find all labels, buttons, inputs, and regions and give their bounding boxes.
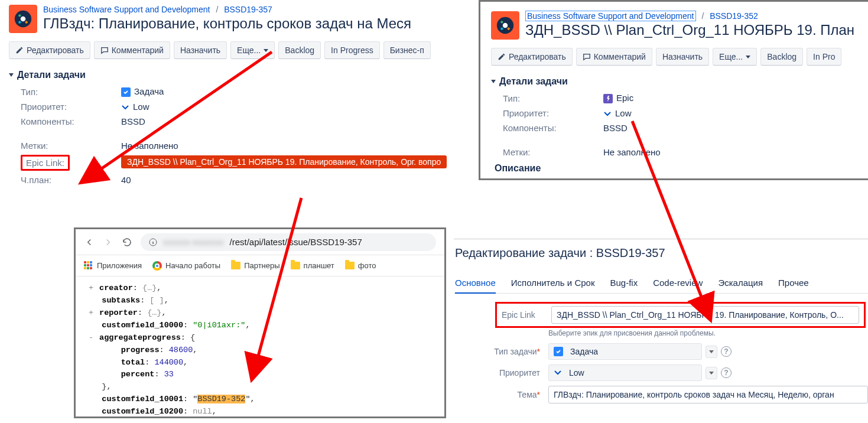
svg-point-2 bbox=[18, 14, 21, 17]
components-value[interactable]: BSSD bbox=[603, 123, 868, 133]
folder-icon bbox=[231, 262, 240, 269]
reload-icon[interactable] bbox=[122, 237, 132, 248]
info-icon bbox=[149, 238, 157, 246]
apps-bookmark[interactable]: Приложения bbox=[84, 261, 142, 271]
folder-icon bbox=[291, 262, 300, 269]
highlighted-value: BSSD19-352 bbox=[197, 395, 245, 404]
in-progress-button[interactable]: In Progress bbox=[324, 41, 380, 59]
tab-other[interactable]: Прочее bbox=[778, 278, 809, 293]
epic-link-highlight-box: Epic Link: bbox=[21, 155, 70, 171]
priority-select[interactable]: Low bbox=[548, 365, 702, 381]
caret-down-icon bbox=[709, 372, 714, 375]
epic-link-badge[interactable]: ЗДН_BSSD \\ Plan_Ctrl_Org_11 НОЯБРЬ 19. … bbox=[121, 155, 447, 168]
in-progress-button-label: In Pro bbox=[813, 52, 835, 61]
more-button[interactable]: Еще... bbox=[713, 48, 757, 66]
backlog-button[interactable]: Backlog bbox=[278, 41, 321, 59]
type-label: Тип задачи* bbox=[454, 347, 548, 356]
issue-toolbar: Редактировать Комментарий Назначить Еще.… bbox=[9, 41, 476, 59]
caret-down-icon bbox=[746, 56, 750, 58]
forward-icon[interactable] bbox=[103, 237, 113, 248]
svg-point-7 bbox=[500, 21, 503, 23]
url-bar[interactable]: xxxxxx-xxxxxxx /rest/api/latest/issue/BS… bbox=[141, 233, 436, 251]
partners-bookmark-label: Партнеры bbox=[244, 261, 279, 270]
type-select[interactable]: Задача bbox=[548, 343, 702, 360]
task-icon bbox=[554, 347, 563, 356]
spacer bbox=[21, 131, 476, 136]
breadcrumb-project-link[interactable]: Business Software Support and Developmen… bbox=[525, 11, 696, 21]
subject-control: ГЛВздч: Планирование, контроль сроков за… bbox=[548, 386, 868, 404]
subject-input[interactable]: ГЛВздч: Планирование, контроль сроков за… bbox=[548, 386, 868, 404]
subject-label: Тема* bbox=[454, 390, 548, 399]
comment-button[interactable]: Комментарий bbox=[94, 41, 170, 59]
epic-link-value[interactable]: ЗДН_BSSD \\ Plan_Ctrl_Org_11 НОЯБРЬ 19. … bbox=[121, 155, 476, 170]
type-text: Задача bbox=[134, 86, 164, 96]
svg-point-1 bbox=[21, 17, 26, 22]
backlog-button-label: Backlog bbox=[285, 45, 314, 55]
tab-assignee[interactable]: Исполнитель и Срок bbox=[511, 278, 595, 293]
tab-escalation[interactable]: Эскалация bbox=[718, 278, 763, 293]
description-section-title: Описание bbox=[495, 163, 541, 174]
type-label: Тип: bbox=[503, 93, 603, 103]
type-select-caret[interactable] bbox=[706, 346, 717, 358]
details-section-header[interactable]: Детали задачи bbox=[491, 76, 868, 87]
assign-button[interactable]: Назначить bbox=[174, 41, 227, 59]
in-progress-button[interactable]: In Pro bbox=[807, 48, 841, 66]
photo-bookmark[interactable]: фото bbox=[345, 261, 376, 270]
components-value[interactable]: BSSD bbox=[121, 116, 476, 126]
tags-label: Метки: bbox=[21, 141, 121, 151]
priority-select-caret[interactable] bbox=[706, 367, 717, 379]
caret-down-icon bbox=[709, 350, 714, 353]
back-icon[interactable] bbox=[84, 237, 95, 248]
plan-value: 40 bbox=[121, 175, 476, 185]
breadcrumb-key-link[interactable]: BSSD19-357 bbox=[224, 5, 272, 14]
priority-label: Приоритет bbox=[454, 368, 548, 378]
start-bookmark[interactable]: Начало работы bbox=[152, 261, 220, 271]
assign-button-label: Назначить bbox=[662, 52, 703, 61]
epic-link-label: Epic Link: bbox=[21, 158, 121, 168]
breadcrumb-project-link[interactable]: Business Software Support and Developmen… bbox=[43, 5, 210, 14]
issue-title: ГЛВздч: Планирование, контроль сроков за… bbox=[43, 15, 476, 32]
tab-codereview[interactable]: Code-review bbox=[653, 278, 703, 293]
caret-down-icon bbox=[264, 49, 268, 52]
in-progress-button-label: In Progress bbox=[331, 45, 373, 55]
disc-icon bbox=[495, 15, 515, 35]
tabs: Основное Исполнитель и Срок Bug-fix Code… bbox=[454, 278, 868, 294]
url-path: /rest/api/latest/issue/BSSD19-357 bbox=[230, 237, 362, 247]
type-control: Задача ? bbox=[548, 343, 868, 360]
help-icon[interactable]: ? bbox=[721, 346, 732, 357]
json-viewer[interactable]: + creator: {…}, subtasks: [ ], + reporte… bbox=[76, 276, 444, 417]
components-label: Компоненты: bbox=[503, 123, 603, 133]
browser-toolbar: xxxxxx-xxxxxxx /rest/api/latest/issue/BS… bbox=[76, 229, 444, 255]
tablet-bookmark[interactable]: планшет bbox=[291, 261, 334, 270]
tab-bugfix[interactable]: Bug-fix bbox=[610, 278, 638, 293]
comment-button[interactable]: Комментарий bbox=[576, 48, 652, 66]
comment-button-label: Комментарий bbox=[112, 45, 164, 55]
edit-button[interactable]: Редактировать bbox=[491, 48, 573, 66]
backlog-button[interactable]: Backlog bbox=[760, 48, 803, 66]
help-icon[interactable]: ? bbox=[721, 367, 732, 378]
breadcrumb-separator: / bbox=[212, 5, 222, 14]
type-label: Тип: bbox=[21, 87, 121, 97]
details-section-header[interactable]: Детали задачи bbox=[9, 70, 476, 80]
type-select-value: Задача bbox=[570, 347, 598, 356]
collapse-icon bbox=[491, 80, 496, 83]
business-button[interactable]: Бизнес-п bbox=[383, 41, 431, 59]
issue-title: ЗДН_BSSD \\ Plan_Ctrl_Org_11 НОЯБРЬ 19. … bbox=[525, 22, 868, 39]
priority-low-icon bbox=[603, 110, 612, 118]
description-section-header[interactable]: Описание bbox=[491, 163, 868, 174]
breadcrumb-key-link[interactable]: BSSD19-352 bbox=[710, 11, 758, 21]
partners-bookmark[interactable]: Партнеры bbox=[231, 261, 279, 270]
start-bookmark-label: Начало работы bbox=[165, 261, 220, 270]
breadcrumb: Business Software Support and Developmen… bbox=[525, 11, 868, 21]
epic-link-input[interactable]: ЗДН_BSSD \\ Plan_Ctrl_Org_11 НОЯБРЬ 19. … bbox=[551, 306, 859, 324]
comment-icon bbox=[583, 53, 591, 61]
tags-value: Не заполнено bbox=[603, 147, 868, 157]
project-avatar bbox=[491, 11, 519, 40]
edit-dialog-panel: Редактирование задачи : BSSD19-357 Основ… bbox=[454, 239, 868, 406]
epic-link-row-highlight: Epic Link ЗДН_BSSD \\ Plan_Ctrl_Org_11 Н… bbox=[495, 302, 866, 328]
edit-button[interactable]: Редактировать bbox=[9, 41, 90, 59]
more-button[interactable]: Еще... bbox=[230, 41, 275, 59]
assign-button[interactable]: Назначить bbox=[656, 48, 709, 66]
collapse-icon bbox=[9, 73, 14, 77]
tab-main[interactable]: Основное bbox=[455, 278, 496, 294]
